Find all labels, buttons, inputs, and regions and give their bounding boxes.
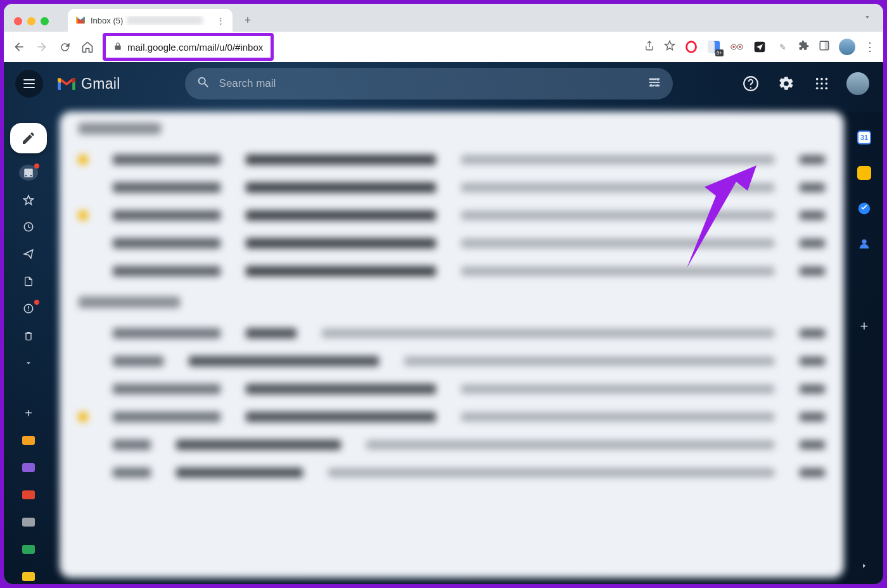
toolbar-actions: 9+ ✎ ⋮	[644, 39, 876, 55]
pencil-icon	[21, 131, 36, 146]
support-button[interactable]	[740, 73, 762, 94]
settings-button[interactable]	[775, 73, 797, 94]
maximize-window-button[interactable]	[41, 17, 49, 25]
mail-list-blurred	[60, 112, 844, 578]
tab-strip: Inbox (5) ⋮ +	[4, 4, 883, 32]
label-yellow-icon[interactable]	[19, 568, 38, 584]
side-panel: 31 +	[845, 112, 883, 584]
tab-title: Inbox (5)	[91, 16, 123, 25]
calendar-day-number: 31	[860, 134, 868, 141]
svg-point-13	[656, 79, 659, 81]
window-controls	[10, 17, 55, 32]
svg-point-14	[649, 84, 652, 87]
collapse-panel-icon[interactable]	[860, 561, 869, 573]
extension-translate-icon[interactable]: 9+	[707, 40, 721, 54]
browser-menu-icon[interactable]: ⋮	[864, 40, 876, 54]
tab-subtitle-redacted	[127, 16, 203, 25]
calendar-app-icon[interactable]: 31	[857, 131, 871, 144]
back-button[interactable]	[11, 39, 27, 54]
trash-nav-icon[interactable]	[19, 328, 38, 344]
svg-rect-12	[653, 85, 660, 86]
label-orange-icon[interactable]	[19, 433, 38, 449]
svg-point-21	[826, 82, 828, 85]
svg-point-17	[820, 78, 823, 80]
gmail-logo[interactable]: Gmail	[56, 75, 120, 93]
drafts-nav-icon[interactable]	[19, 274, 38, 290]
profile-avatar-toolbar[interactable]	[839, 39, 855, 55]
add-label-icon[interactable]: +	[19, 406, 38, 421]
address-bar-highlight: mail.google.com/mail/u/0/#inbox	[103, 33, 274, 61]
browser-toolbar: mail.google.com/mail/u/0/#inbox 9+ ✎ ⋮	[4, 32, 883, 62]
notification-dot-icon	[34, 163, 39, 169]
help-icon	[743, 75, 759, 92]
account-avatar[interactable]	[846, 72, 869, 95]
svg-point-18	[826, 78, 828, 80]
tasks-app-icon[interactable]	[857, 201, 871, 215]
search-input[interactable]	[219, 77, 639, 90]
home-button[interactable]	[80, 39, 95, 54]
svg-point-16	[816, 78, 819, 80]
gear-icon	[778, 75, 794, 92]
compose-button[interactable]	[10, 123, 47, 153]
svg-rect-11	[649, 82, 660, 83]
svg-point-0	[687, 42, 696, 53]
svg-rect-2	[708, 41, 715, 53]
svg-point-29	[862, 240, 866, 244]
side-panel-icon[interactable]	[819, 40, 830, 54]
bookmark-star-icon[interactable]	[664, 40, 675, 54]
extension-eyes-icon[interactable]	[730, 40, 744, 54]
main-menu-button[interactable]	[15, 70, 43, 98]
search-options-icon[interactable]	[648, 75, 661, 92]
gmail-favicon-icon	[75, 15, 86, 25]
forward-button[interactable]	[34, 39, 49, 54]
svg-point-22	[816, 87, 819, 90]
sent-nav-icon[interactable]	[19, 246, 38, 262]
search-bar[interactable]	[185, 68, 673, 99]
add-on-plus-icon[interactable]: +	[857, 319, 871, 333]
extension-opera-icon[interactable]	[684, 40, 698, 54]
hamburger-icon	[23, 79, 35, 88]
extension-brush-icon[interactable]: ✎	[775, 40, 789, 54]
apps-grid-icon	[815, 77, 829, 91]
snoozed-nav-icon[interactable]	[19, 219, 38, 235]
label-red-icon[interactable]	[19, 487, 38, 502]
google-apps-button[interactable]	[811, 73, 833, 94]
label-grey-icon[interactable]	[19, 514, 38, 530]
gmail-product-name: Gmail	[81, 75, 120, 93]
browser-window: Inbox (5) ⋮ + mail.google.co	[4, 4, 883, 584]
notification-dot-icon	[34, 300, 39, 305]
new-tab-button[interactable]: +	[239, 11, 257, 29]
svg-point-6	[739, 46, 741, 48]
left-nav-rail: ! +	[4, 112, 53, 584]
svg-text:!: !	[27, 305, 30, 312]
lock-icon[interactable]	[113, 42, 122, 53]
tab-overflow-icon[interactable]	[863, 13, 872, 24]
svg-point-19	[816, 82, 819, 85]
gmail-app: Gmail	[4, 62, 883, 584]
extension-send-icon[interactable]	[753, 40, 767, 54]
gmail-logo-icon	[56, 75, 77, 92]
label-purple-icon[interactable]	[19, 459, 38, 475]
spam-nav-icon[interactable]: !	[19, 301, 38, 317]
browser-tab[interactable]: Inbox (5) ⋮	[68, 9, 233, 32]
reload-button[interactable]	[57, 39, 72, 54]
close-window-button[interactable]	[14, 17, 22, 25]
svg-point-20	[820, 82, 823, 85]
contacts-app-icon[interactable]	[857, 237, 871, 251]
keep-app-icon[interactable]	[857, 166, 871, 180]
extensions-puzzle-icon[interactable]	[798, 40, 810, 54]
svg-rect-10	[649, 79, 656, 80]
tab-menu-icon[interactable]: ⋮	[217, 16, 225, 25]
label-green-icon[interactable]	[19, 541, 38, 557]
svg-point-24	[826, 87, 828, 90]
search-icon	[196, 75, 210, 92]
minimize-window-button[interactable]	[27, 17, 35, 25]
starred-nav-icon[interactable]	[19, 192, 38, 208]
svg-rect-9	[825, 41, 829, 50]
more-nav-icon[interactable]	[19, 355, 38, 371]
svg-point-23	[820, 87, 823, 90]
share-icon[interactable]	[644, 40, 655, 54]
inbox-nav-icon[interactable]	[19, 165, 38, 181]
address-bar-url[interactable]: mail.google.com/mail/u/0/#inbox	[127, 42, 263, 53]
svg-point-5	[732, 46, 734, 48]
